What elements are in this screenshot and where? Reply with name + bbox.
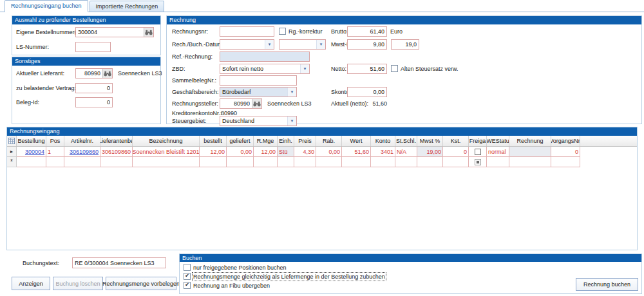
mwst-betrag-input[interactable]	[347, 39, 387, 50]
cell-geliefert[interactable]	[227, 157, 254, 167]
cell-bestellt[interactable]: 12,00	[200, 147, 227, 157]
cell-preis[interactable]	[294, 157, 316, 167]
cell-vorgangsnr[interactable]: 0	[551, 147, 580, 157]
cell-rab[interactable]	[316, 157, 342, 167]
netto-input[interactable]	[347, 64, 387, 74]
rechnungsmenge-vorbelegen-button[interactable]: Rechnungsmenge vorbelegen	[106, 277, 176, 290]
cell-pos[interactable]	[46, 157, 64, 167]
vertrag-input[interactable]	[75, 83, 113, 93]
binoculars-icon[interactable]	[144, 28, 153, 37]
cell-wert[interactable]	[342, 157, 371, 167]
skonto-input[interactable]	[347, 87, 387, 97]
grid-column-header-kst[interactable]: Kst.	[443, 136, 469, 146]
cell-lieferantenbe[interactable]: 306109860	[100, 147, 133, 157]
cell-pos[interactable]: 1	[46, 147, 64, 157]
cell-r-mge[interactable]: 12,00	[254, 147, 278, 157]
cell-link-artikelnr[interactable]: 306109860	[70, 149, 99, 155]
cell-artikelnr[interactable]: 306109860	[64, 147, 100, 157]
cell-westatu[interactable]: normal	[487, 147, 509, 157]
cell-freiga[interactable]	[469, 157, 487, 167]
brutto-input[interactable]	[347, 26, 387, 37]
grid-column-header-rechnung[interactable]: Rechnung	[509, 136, 551, 146]
cell-vorgangsnr[interactable]	[551, 157, 580, 167]
zbd-combo[interactable]: Sofort rein netto ▼	[220, 64, 310, 74]
rechnungssteller-input[interactable]	[220, 99, 252, 108]
grid-column-header-einh[interactable]: Einh.	[278, 136, 294, 146]
cell-kst[interactable]: 0	[443, 147, 469, 157]
rg-korrektur-checkbox[interactable]: Rg.-korrektur	[279, 28, 323, 35]
grid-column-header-bestellung[interactable]: Bestellung	[17, 136, 46, 146]
alter-steuersatz-checkbox[interactable]: Alten Steuersatz verw.	[391, 65, 459, 72]
grid-column-header-st-schl[interactable]: St.Schl.	[395, 136, 417, 146]
cell-artikelnr[interactable]	[64, 157, 100, 167]
cell-r-mge[interactable]	[254, 157, 278, 167]
cell-konto[interactable]: 3401	[371, 147, 395, 157]
cell-bezeichnung[interactable]: Soennecken Bleistift 1201	[133, 147, 200, 157]
tab-rechnungseingang-buchen[interactable]: Rechnungseingang buchen	[5, 0, 88, 12]
cell-bestellung[interactable]: 300004	[17, 147, 46, 157]
grid-column-header-vorgangsnr[interactable]: VorgangsNr.	[551, 136, 580, 146]
anzeigen-button[interactable]: Anzeigen	[12, 277, 50, 290]
grid-column-header-geliefert[interactable]: geliefert	[227, 136, 254, 146]
binoculars-icon[interactable]	[102, 69, 112, 78]
cell-wert[interactable]: 51,60	[342, 147, 371, 157]
sammelbeleg-label: SammelbelegNr.:	[172, 77, 216, 84]
grid-column-header-lieferantenbe[interactable]: Lieferantenbe	[100, 136, 133, 146]
rechnungsmenge-zubuchen-checkbox[interactable]: Rechnungsmenge gleichzeitig als Lieferme…	[184, 273, 385, 280]
cell-rab[interactable]: 0,00	[316, 147, 342, 157]
fibu-uebergeben-checkbox[interactable]: Rechnung an Fibu übergeben	[184, 282, 270, 289]
grid-column-header-westatu[interactable]: WEStatu	[487, 136, 509, 146]
cell-lieferantenbe[interactable]	[100, 157, 133, 167]
cell-einh[interactable]	[278, 157, 294, 167]
grid-column-header-mwst[interactable]: Mwst %	[417, 136, 443, 146]
beleg-id-input[interactable]	[75, 97, 113, 107]
cell-st-schl[interactable]	[395, 157, 417, 167]
buchung-loeschen-button[interactable]: Buchung löschen	[53, 277, 103, 290]
cell-einh[interactable]: Stü	[278, 147, 294, 157]
grid-column-header-pos[interactable]: Pos	[46, 136, 64, 146]
grid-column-header-preis[interactable]: Preis	[294, 136, 316, 146]
cell-st-schl[interactable]: N/A	[395, 147, 417, 157]
rechnungsdatum-combo[interactable]: ▼	[220, 39, 274, 50]
grid-column-header-r-mge[interactable]: R.Mge	[254, 136, 278, 146]
grid-corner-icon[interactable]	[7, 136, 17, 146]
cell-rechnung[interactable]	[509, 147, 551, 157]
freigabe-checkbox[interactable]	[475, 149, 481, 155]
lieferant-input[interactable]	[76, 69, 102, 78]
rechnungsnr-input[interactable]	[220, 26, 274, 37]
cell-konto[interactable]	[371, 157, 395, 167]
freigabe-checkbox[interactable]	[475, 159, 481, 165]
ls-nummer-input[interactable]	[75, 42, 111, 52]
rechnung-buchen-button[interactable]: Rechnung buchen	[576, 278, 638, 291]
cell-bezeichnung[interactable]	[133, 157, 200, 167]
cell-geliefert[interactable]: 0,00	[227, 147, 254, 157]
grid-column-header-artikelnr[interactable]: Artikelnr.	[64, 136, 100, 146]
cell-link-bestellung[interactable]: 300004	[25, 149, 44, 155]
grid-column-header-bestellt[interactable]: bestellt	[200, 136, 227, 146]
cell-bestellt[interactable]	[200, 157, 227, 167]
binoculars-icon[interactable]	[252, 99, 261, 108]
new-row-marker[interactable]: *	[7, 157, 17, 167]
cell-freiga[interactable]	[469, 147, 487, 157]
buchungsdatum-combo[interactable]: ▼	[279, 39, 326, 50]
grid-column-header-wert[interactable]: Wert	[342, 136, 371, 146]
buchungstext-input[interactable]	[72, 257, 166, 268]
cell-mwst[interactable]	[417, 157, 443, 167]
nur-freigegebene-checkbox[interactable]: nur freigegebene Positionen buchen	[184, 264, 287, 271]
steuergebiet-combo[interactable]: Deutschland ▼	[220, 116, 297, 126]
cell-mwst[interactable]: 19,00	[417, 147, 443, 157]
grid-column-header-freiga[interactable]: Freiga	[469, 136, 487, 146]
cell-preis[interactable]: 4,30	[294, 147, 316, 157]
cell-kst[interactable]	[443, 157, 469, 167]
grid-column-header-konto[interactable]: Konto	[371, 136, 395, 146]
bestellnummer-input[interactable]	[76, 28, 144, 37]
grid-column-header-rab[interactable]: Rab.	[316, 136, 342, 146]
cell-rechnung[interactable]	[509, 157, 551, 167]
cell-bestellung[interactable]	[17, 157, 46, 167]
cell-westatu[interactable]	[487, 157, 509, 167]
tab-importierte-rechnungen[interactable]: Importierte Rechnungen	[90, 1, 165, 12]
sammelbeleg-input[interactable]	[220, 75, 297, 86]
mwst-satz-input[interactable]	[391, 39, 419, 50]
current-row-marker[interactable]: ►	[7, 147, 17, 157]
grid-column-header-bezeichnung[interactable]: Bezeichnung	[133, 136, 200, 146]
